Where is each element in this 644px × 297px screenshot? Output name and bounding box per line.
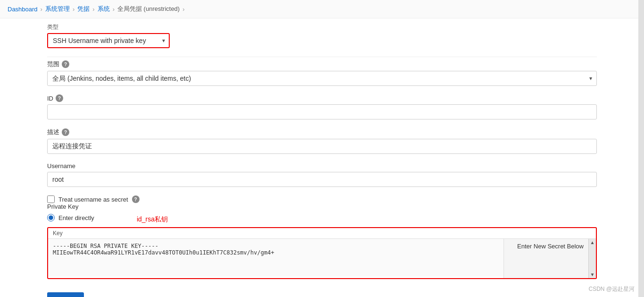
treat-username-secret-label[interactable]: Treat username as secret — [58, 196, 128, 203]
kind-section: 类型 SSH Username with private key ▾ — [47, 23, 597, 48]
description-input[interactable] — [47, 139, 597, 154]
sep-4: › — [113, 6, 115, 13]
enter-directly-radio-row: Enter directly — [47, 214, 94, 221]
sep-3: › — [92, 6, 94, 13]
key-scrollbar[interactable]: ▲ ▼ — [588, 239, 596, 278]
key-textarea-wrapper: -----BEGIN RSA PRIVATE KEY----- MIIEowTR… — [48, 239, 504, 278]
breadcrumb-system[interactable]: 系统 — [98, 5, 110, 13]
scope-section: 范围 ? 全局 (Jenkins, nodes, items, all chil… — [47, 60, 597, 86]
username-label: Username — [47, 162, 597, 170]
scope-label: 范围 ? — [47, 60, 597, 68]
csdn-watermark: CSDN @远赴星河 — [588, 285, 635, 293]
id-help-icon[interactable]: ? — [56, 94, 63, 102]
divider-1 — [47, 57, 597, 57]
sep-2: › — [73, 6, 74, 13]
scope-help-icon[interactable]: ? — [62, 60, 69, 68]
username-input[interactable] — [47, 172, 597, 187]
enter-new-secret-label: Enter New Secret Below — [517, 243, 584, 250]
description-section: 描述 ? — [47, 128, 597, 154]
key-area-header: Key — [48, 228, 596, 239]
treat-username-secret-help-icon[interactable]: ? — [132, 195, 140, 203]
kind-select-wrapper: SSH Username with private key ▾ — [47, 33, 170, 48]
enter-directly-label[interactable]: Enter directly — [58, 214, 94, 221]
kind-select[interactable]: SSH Username with private key — [47, 33, 170, 48]
page-scrollbar[interactable] — [638, 0, 644, 297]
scrollbar-down-icon[interactable]: ▼ — [590, 272, 595, 277]
key-textarea[interactable]: -----BEGIN RSA PRIVATE KEY----- MIIEowTR… — [48, 239, 504, 277]
scrollbar-up-icon[interactable]: ▲ — [590, 240, 595, 245]
description-label: 描述 ? — [47, 128, 597, 136]
scope-select-wrapper: 全局 (Jenkins, nodes, items, all child ite… — [47, 71, 597, 86]
breadcrumb-credentials[interactable]: 凭据 — [77, 5, 90, 13]
sep-1: › — [41, 6, 42, 13]
key-area-inner: -----BEGIN RSA PRIVATE KEY----- MIIEowTR… — [48, 239, 596, 278]
breadcrumb-global: 全局凭据 (unrestricted) — [117, 5, 180, 13]
treat-username-secret-section: Treat username as secret ? — [47, 195, 597, 203]
key-right-panel: Enter New Secret Below — [504, 239, 588, 278]
breadcrumb-system-manage[interactable]: 系统管理 — [45, 5, 70, 13]
key-area: Key -----BEGIN RSA PRIVATE KEY----- MIIE… — [47, 227, 597, 279]
id-input[interactable] — [47, 104, 597, 119]
enter-directly-radio[interactable] — [47, 214, 55, 221]
kind-label: 类型 — [47, 23, 597, 31]
private-key-label: Private Key — [47, 203, 597, 210]
key-label: Key — [53, 230, 63, 237]
sep-5: › — [182, 6, 184, 13]
id-label: ID ? — [47, 94, 597, 102]
description-help-icon[interactable]: ? — [62, 128, 69, 136]
breadcrumb-dashboard[interactable]: Dashboard — [8, 6, 38, 13]
form-container: 类型 SSH Username with private key ▾ 范围 ? … — [0, 18, 644, 297]
scope-select[interactable]: 全局 (Jenkins, nodes, items, all child ite… — [47, 71, 597, 86]
breadcrumb: Dashboard › 系统管理 › 凭据 › 系统 › 全局凭据 (unres… — [0, 0, 644, 18]
treat-username-secret-checkbox[interactable] — [47, 195, 55, 203]
username-section: Username — [47, 162, 597, 187]
create-button[interactable]: Create — [47, 292, 84, 297]
id-section: ID ? — [47, 94, 597, 119]
private-key-section: Private Key Enter directly id_rsa私钥 Key … — [47, 203, 597, 279]
annotation-text: id_rsa私钥 — [137, 215, 168, 224]
